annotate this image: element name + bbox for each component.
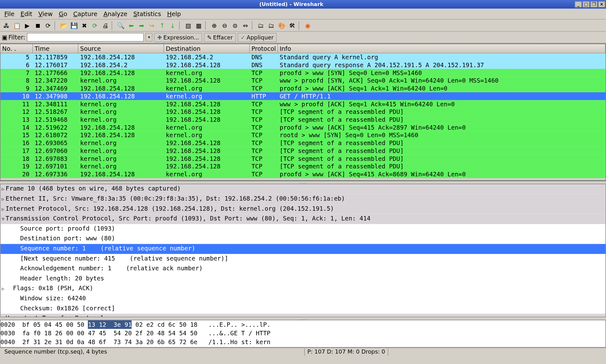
packet-row[interactable]: 1912.697101kernel.org192.168.254.128TCP[… (0, 162, 605, 170)
open-icon[interactable]: 📂 (59, 21, 68, 30)
zoom-reset-icon[interactable]: ⊜ (230, 21, 240, 30)
goto-icon[interactable]: ↪ (147, 21, 157, 30)
back-icon[interactable]: ⬅ (126, 21, 136, 30)
packet-list: No. . Time Source Destination Protocol I… (0, 44, 606, 181)
packet-row[interactable]: 912.347469192.168.254.128kernel.orgTCPpr… (0, 85, 605, 92)
details-row[interactable]: Acknowledgement number: 1 (relative ack … (0, 264, 605, 274)
details-row[interactable]: ▷Internet Protocol, Src: 192.168.254.128… (0, 204, 605, 214)
details-row[interactable]: Checksum: 0x1826 [correct] (0, 304, 605, 314)
details-row[interactable]: [Next sequence number: 415 (relative seq… (0, 254, 605, 264)
packet-row[interactable]: 1812.697083kernel.org192.168.254.128TCP[… (0, 155, 605, 162)
preferences-icon[interactable]: 🛠 (288, 21, 297, 30)
zoom-in-icon[interactable]: ⊕ (210, 21, 219, 30)
packet-header[interactable]: No. . Time Source Destination Protocol I… (0, 44, 605, 53)
details-row[interactable]: ▷ Flags: 0x18 (PSH, ACK) (0, 284, 605, 294)
close-file-icon[interactable]: ✖ (80, 21, 89, 30)
menu-analyze[interactable]: Analyze (101, 9, 130, 18)
splitter[interactable]: ⋯⋯ (0, 317, 606, 320)
capture-filters-icon[interactable]: 🗂 (256, 21, 266, 30)
packet-row[interactable]: 1012.347908192.168.254.128kernel.orgHTTP… (0, 92, 605, 100)
filter-label[interactable]: ▣ Filter: (2, 34, 25, 41)
packet-row[interactable]: 1412.519622192.168.254.128kernel.orgTCPp… (0, 124, 605, 132)
forward-icon[interactable]: ➡ (137, 21, 146, 30)
expression-button[interactable]: ✚Expression... (154, 33, 202, 42)
reload-icon[interactable]: ⟳ (90, 21, 99, 30)
coloring-rules-icon[interactable]: 🎨 (277, 21, 287, 30)
packet-details[interactable]: ▷Frame 10 (468 bytes on wire, 468 bytes … (0, 184, 606, 317)
menu-go[interactable]: Go (56, 9, 70, 18)
menubar: File Edit View Go Capture Analyze Statis… (0, 9, 606, 19)
colorize-icon[interactable]: ▤ (183, 21, 193, 30)
col-no[interactable]: No. . (0, 44, 33, 53)
display-filters-icon[interactable]: 🗂 (267, 21, 276, 30)
col-destination[interactable]: Destination (164, 44, 250, 53)
menu-help[interactable]: Help (164, 9, 183, 18)
titlebar[interactable]: (Untitled) - Wireshark _ □ ❐ × (0, 0, 606, 9)
details-row[interactable]: ▽Transmission Control Protocol, Src Port… (0, 214, 605, 224)
details-row[interactable]: ▽Hypertext Transfer Protocol (0, 314, 605, 317)
filter-dropdown-icon[interactable]: ▾ (146, 33, 152, 41)
details-row[interactable]: Source port: proofd (1093) (0, 224, 605, 234)
hex-row[interactable]: 0030 fa f0 18 26 00 00 47 45 54 20 2f 20… (0, 329, 605, 338)
packet-row[interactable]: 512.117859192.168.254.128192.168.254.2DN… (0, 53, 605, 61)
menu-edit[interactable]: Edit (18, 9, 35, 18)
hex-row[interactable]: 0040 2f 31 2e 31 0d 0a 48 6f 73 74 3a 20… (0, 338, 605, 346)
col-protocol[interactable]: Protocol (250, 44, 278, 53)
close-icon[interactable]: × (598, 1, 605, 7)
status-right: P: 107 D: 107 M: 0 Drops: 0 (305, 349, 388, 356)
packet-row[interactable]: 1212.518267kernel.org192.168.254.128TCP[… (0, 108, 605, 116)
restart-capture-icon[interactable]: ⟳ (43, 21, 53, 30)
packet-row[interactable]: 1612.693065kernel.org192.168.254.128TCP[… (0, 139, 605, 147)
details-row[interactable]: Sequence number: 1 (relative sequence nu… (0, 244, 605, 254)
packet-row[interactable]: 1512.618072192.168.254.128kernel.orgTCPr… (0, 131, 605, 139)
details-row[interactable]: Window size: 64240 (0, 294, 605, 304)
packet-bytes[interactable]: 0020 bf 05 04 45 00 50 13 12 3e 91 02 e2… (0, 320, 606, 348)
packet-row[interactable]: 712.177666192.168.254.128kernel.orgTCPpr… (0, 69, 605, 77)
details-row[interactable]: Destination port: www (80) (0, 234, 605, 244)
hex-row[interactable]: 0020 bf 05 04 45 00 50 13 12 3e 91 02 e2… (0, 320, 605, 329)
details-row[interactable]: ▷Frame 10 (468 bytes on wire, 468 bytes … (0, 184, 605, 194)
col-time[interactable]: Time (33, 44, 78, 53)
status-left: Sequence number (tcp.seq), 4 bytes (2, 349, 305, 356)
wireshark-window: (Untitled) - Wireshark _ □ ❐ × File Edit… (0, 0, 606, 364)
go-first-icon[interactable]: ⤒ (157, 21, 167, 30)
options-icon[interactable]: 📋 (12, 21, 21, 30)
resize-columns-icon[interactable]: ⇔ (241, 21, 250, 30)
packet-row[interactable]: 812.347220kernel.org192.168.254.128TCPww… (0, 77, 605, 85)
window-title: (Untitled) - Wireshark (8, 1, 575, 7)
save-icon[interactable]: 💾 (69, 21, 79, 30)
clear-button[interactable]: ✎Effacer (204, 33, 236, 42)
filter-input[interactable] (27, 33, 144, 41)
stop-capture-icon[interactable]: ⏹ (33, 21, 42, 30)
minimize-icon[interactable]: _ (575, 1, 582, 7)
filter-icon: ▣ (2, 34, 7, 41)
col-info[interactable]: Info (278, 44, 605, 53)
packet-row[interactable]: 1712.697060kernel.org192.168.254.128TCP[… (0, 147, 605, 155)
filterbar: ▣ Filter: ▾ ✚Expression... ✎Effacer ✓App… (0, 32, 606, 44)
print-icon[interactable]: 🖨 (100, 21, 110, 30)
packet-row[interactable]: 1112.348111kernel.org192.168.254.128TCPw… (0, 100, 605, 108)
menu-statistics[interactable]: Statistics (131, 9, 163, 18)
autoscroll-icon[interactable]: ▦ (194, 21, 203, 30)
col-source[interactable]: Source (78, 44, 164, 53)
menu-file[interactable]: File (2, 9, 17, 18)
start-capture-icon[interactable]: ▶ (22, 21, 32, 30)
menu-view[interactable]: View (36, 9, 55, 18)
details-row[interactable]: ▷Ethernet II, Src: Vmware_f8:3a:35 (00:0… (0, 194, 605, 204)
splitter[interactable]: ⋯⋯ (0, 181, 606, 184)
restore-icon[interactable]: ❐ (591, 1, 597, 7)
packet-row[interactable]: 612.176017192.168.254.2192.168.254.128DN… (0, 61, 605, 69)
interfaces-icon[interactable]: 🖧 (2, 21, 11, 30)
details-row[interactable]: Header length: 20 bytes (0, 274, 605, 284)
toolbar: 🖧 📋 ▶ ⏹ ⟳ 📂 💾 ✖ ⟳ 🖨 🔍 ⬅ ➡ ↪ ⤒ ⤓ ▤ ▦ ⊕ ⊖ … (0, 20, 606, 32)
zoom-out-icon[interactable]: ⊖ (220, 21, 229, 30)
statusbar: Sequence number (tcp.seq), 4 bytes P: 10… (0, 348, 606, 356)
maximize-icon[interactable]: □ (583, 1, 590, 7)
help-icon[interactable]: ◉ (303, 21, 312, 30)
menu-capture[interactable]: Capture (71, 9, 100, 18)
find-icon[interactable]: 🔍 (116, 21, 126, 30)
go-last-icon[interactable]: ⤓ (168, 21, 177, 30)
packet-row[interactable]: 2012.697336192.168.254.128kernel.orgTCPp… (0, 170, 605, 178)
apply-button[interactable]: ✓Appliquer (238, 33, 277, 42)
packet-row[interactable]: 1312.519468kernel.org192.168.254.128TCP[… (0, 116, 605, 124)
